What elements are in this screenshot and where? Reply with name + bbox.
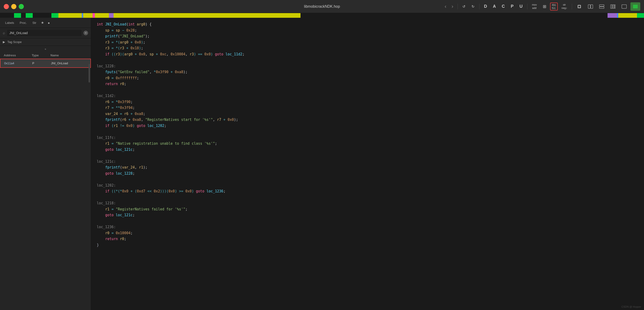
tab-star[interactable]: ★	[40, 20, 45, 26]
row-address: 0x11a4	[4, 62, 32, 65]
col-name-header: Name	[50, 54, 87, 57]
minimap-purple2	[608, 13, 617, 18]
svg-rect-6	[610, 5, 612, 9]
code-content: int JNI_OnLoad(int arg0) { sp = sp − 0x2…	[97, 22, 638, 248]
svg-rect-4	[599, 5, 604, 6]
svg-rect-3	[591, 5, 593, 9]
table-header: Address Type Name	[0, 52, 91, 59]
nav-forward-button[interactable]: ›	[450, 3, 455, 11]
col-type-header: Type	[32, 54, 50, 57]
minimap-green4	[637, 13, 644, 18]
svg-rect-10	[633, 5, 638, 9]
tag-scope[interactable]: ▶ Tag Scope	[0, 38, 91, 46]
separator3	[527, 4, 528, 9]
code-panel[interactable]: int JNI_OnLoad(int arg0) { sp = sp − 0x2…	[91, 18, 644, 310]
minimap-green1	[14, 13, 21, 18]
minimap-green2	[26, 13, 33, 18]
layout4-button[interactable]	[619, 2, 629, 11]
minimap-yellow1	[58, 13, 82, 18]
col-address-header: Address	[4, 54, 32, 57]
svg-rect-8	[614, 5, 615, 9]
search-bar: ⌕ ×	[0, 28, 91, 38]
separator4	[572, 4, 572, 9]
traffic-lights	[4, 4, 24, 9]
chip-button[interactable]	[574, 2, 584, 11]
watermark: CSDN @ Hopper	[621, 305, 641, 308]
undo-button[interactable]: ↺	[460, 2, 468, 11]
str-neg-button[interactable]: str neg↕	[559, 2, 570, 11]
search-clear-button[interactable]: ×	[84, 31, 88, 35]
mov-add-button[interactable]: mov add	[530, 2, 539, 11]
separator	[458, 4, 458, 9]
tag-scope-arrow: ▶	[3, 40, 5, 44]
minimap-end	[300, 13, 608, 18]
minimap-yellow4	[114, 13, 300, 18]
main-toolbar: ‹ › ↺ ↻ D A C P U mov add ⊞ if(b)f(x); s…	[443, 2, 640, 11]
tag-scope-label: Tag Scope	[7, 40, 22, 44]
redo-button[interactable]: ↻	[469, 2, 477, 11]
minimap-bar[interactable]	[0, 13, 644, 18]
btn-p[interactable]: P	[508, 2, 516, 11]
minimap-purple1	[109, 13, 114, 18]
minimap-segment2	[21, 13, 26, 18]
tab-dot[interactable]: ●	[46, 20, 51, 26]
fullscreen-button[interactable]	[19, 4, 24, 9]
svg-rect-1	[578, 6, 580, 8]
minimap-segment3	[33, 13, 52, 18]
tab-str[interactable]: Str	[30, 20, 39, 26]
minimap-yellow2	[83, 13, 92, 18]
layout1-button[interactable]	[586, 2, 596, 11]
if-fx-button[interactable]: if(b)f(x);	[550, 3, 558, 11]
minimap-green3	[52, 13, 58, 18]
nav-back-button[interactable]: ‹	[443, 3, 448, 11]
search-input[interactable]	[7, 30, 82, 36]
main-layout: Labels Proc. Str ★ ● ⌕ × ▶ Tag Scope ● A…	[0, 18, 644, 310]
row-type: P	[32, 62, 51, 65]
window-title: libmobicrackNDK.hop	[304, 5, 340, 9]
sidebar: Labels Proc. Str ★ ● ⌕ × ▶ Tag Scope ● A…	[0, 18, 91, 310]
btn-d[interactable]: D	[482, 2, 489, 11]
separator2	[479, 4, 480, 9]
btn-u[interactable]: U	[517, 2, 525, 11]
btn-a[interactable]: A	[491, 2, 498, 11]
svg-rect-9	[622, 5, 626, 9]
btn-c[interactable]: C	[500, 2, 507, 11]
minimap-segment	[0, 13, 14, 18]
svg-rect-2	[588, 5, 590, 9]
tab-proc[interactable]: Proc.	[17, 20, 29, 26]
svg-rect-5	[599, 7, 604, 9]
layout3-button[interactable]	[608, 2, 618, 11]
tab-labels[interactable]: Labels	[3, 20, 16, 26]
table-row[interactable]: 0x11a4 P JNI_OnLoad	[0, 59, 91, 68]
layout2-button[interactable]	[597, 2, 606, 11]
close-button[interactable]	[4, 4, 9, 9]
minimize-button[interactable]	[11, 4, 16, 9]
scrollbar-thumb[interactable]	[88, 64, 90, 83]
divider-dot: ●	[0, 46, 91, 52]
search-icon: ⌕	[3, 31, 5, 35]
minimap-yellow3	[95, 13, 109, 18]
row-name: JNI_OnLoad	[51, 62, 87, 65]
minimap-yellow5	[618, 13, 637, 18]
svg-rect-7	[612, 5, 614, 9]
layout5-button[interactable]	[630, 2, 640, 11]
sidebar-tabs: Labels Proc. Str ★ ●	[0, 18, 91, 28]
titlebar: libmobicrackNDK.hop ‹ › ↺ ↻ D A C P U mo…	[0, 0, 644, 13]
minimap-pink	[92, 13, 95, 18]
grid-button[interactable]: ⊞	[540, 2, 549, 11]
symbol-table: Address Type Name 0x11a4 P JNI_OnLoad	[0, 52, 91, 310]
